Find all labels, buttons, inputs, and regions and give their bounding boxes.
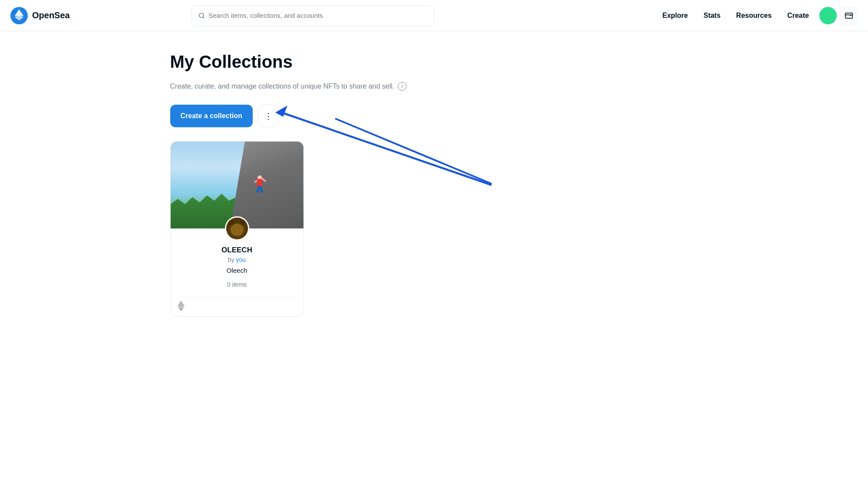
card-avatar [225, 216, 249, 241]
more-options-button[interactable]: ⋮ [258, 105, 279, 127]
page-title: My Collections [170, 52, 698, 72]
opensea-logo-icon [10, 7, 28, 24]
page-subtitle: Create, curate, and manage collections o… [170, 82, 698, 91]
card-footer [171, 297, 304, 316]
card-body: OLEECH by you Oleech 0 items [171, 241, 304, 297]
nav-resources[interactable]: Resources [729, 8, 779, 23]
logo-link[interactable]: OpenSea [10, 7, 70, 24]
card-avatar-wrap [171, 216, 304, 241]
wallet-button[interactable] [840, 7, 858, 24]
climber-leg-right [259, 186, 263, 193]
search-bar [191, 5, 434, 26]
header-actions [819, 7, 858, 24]
wallet-icon [845, 11, 853, 20]
search-icon [198, 12, 205, 19]
card-by: by you [178, 256, 297, 263]
create-collection-button[interactable]: Create a collection [170, 105, 253, 127]
annotation-container: Create a collection ⋮ [170, 105, 698, 127]
svg-line-2 [203, 17, 204, 18]
ethereum-icon [178, 301, 185, 311]
info-icon[interactable]: i [398, 82, 406, 91]
user-avatar[interactable] [819, 7, 837, 24]
subtitle-text: Create, curate, and manage collections o… [170, 83, 395, 90]
banner-scene [171, 142, 304, 228]
collection-card[interactable]: OLEECH by you Oleech 0 items [170, 141, 304, 317]
nav-create[interactable]: Create [780, 8, 816, 23]
nav-stats[interactable]: Stats [696, 8, 727, 23]
card-items-count: 0 items [178, 281, 297, 288]
logo-text: OpenSea [32, 10, 70, 20]
by-link[interactable]: you [236, 256, 246, 263]
card-banner [171, 142, 304, 228]
main-nav: Explore Stats Resources Create [656, 8, 816, 23]
svg-rect-3 [845, 13, 853, 18]
more-dots-icon: ⋮ [264, 111, 273, 121]
card-collection-name: Oleech [178, 267, 297, 274]
collections-grid: OLEECH by you Oleech 0 items [170, 141, 448, 317]
header: OpenSea Explore Stats Resources Create [0, 0, 868, 31]
card-collection-title: OLEECH [178, 246, 297, 255]
bear-avatar-icon [226, 218, 248, 239]
actions-bar: Create a collection ⋮ [170, 105, 698, 127]
nav-explore[interactable]: Explore [656, 8, 695, 23]
by-label: by [228, 256, 234, 263]
bear-face [231, 224, 244, 236]
search-input[interactable] [208, 12, 427, 19]
climber-figure [253, 175, 266, 196]
main-content: My Collections Create, curate, and manag… [156, 31, 712, 337]
